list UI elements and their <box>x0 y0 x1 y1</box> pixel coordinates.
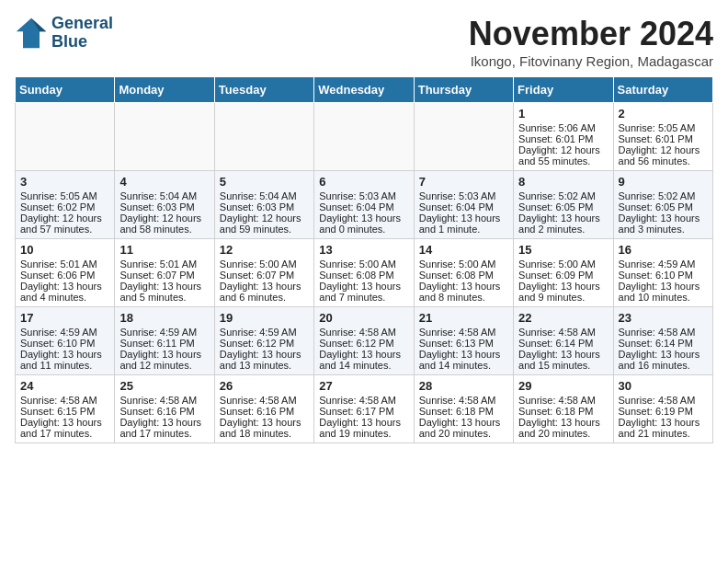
calendar-cell: 16Sunrise: 4:59 AMSunset: 6:10 PMDayligh… <box>613 239 712 307</box>
sunrise-text: Sunrise: 5:06 AM <box>518 122 608 133</box>
daylight-text: Daylight: 13 hours and 3 minutes. <box>619 213 708 235</box>
svg-marker-0 <box>17 18 46 48</box>
day-number: 3 <box>20 175 109 189</box>
calendar-cell: 20Sunrise: 4:58 AMSunset: 6:12 PMDayligh… <box>314 307 414 375</box>
sunset-text: Sunset: 6:16 PM <box>119 406 209 417</box>
weekday-header-sunday: Sunday <box>16 77 115 103</box>
daylight-text: Daylight: 13 hours and 1 minute. <box>419 213 508 235</box>
sunset-text: Sunset: 6:04 PM <box>419 201 508 213</box>
daylight-text: Daylight: 13 hours and 4 minutes. <box>20 281 109 303</box>
daylight-text: Daylight: 13 hours and 10 minutes. <box>619 281 708 303</box>
sunrise-text: Sunrise: 5:04 AM <box>119 190 209 201</box>
daylight-text: Daylight: 13 hours and 16 minutes. <box>619 349 708 371</box>
day-number: 22 <box>518 311 608 325</box>
daylight-text: Daylight: 12 hours and 56 minutes. <box>619 144 708 167</box>
sunrise-text: Sunrise: 4:58 AM <box>419 327 508 338</box>
location-title: Ikongo, Fitovinany Region, Madagascar <box>469 53 713 69</box>
sunset-text: Sunset: 6:03 PM <box>220 201 309 213</box>
calendar-cell: 1Sunrise: 5:06 AMSunset: 6:01 PMDaylight… <box>514 103 613 171</box>
sunrise-text: Sunrise: 5:03 AM <box>419 190 508 201</box>
sunset-text: Sunset: 6:19 PM <box>619 406 708 417</box>
calendar-cell: 12Sunrise: 5:00 AMSunset: 6:07 PMDayligh… <box>214 239 313 307</box>
sunset-text: Sunset: 6:07 PM <box>220 270 309 281</box>
calendar-cell <box>214 103 313 171</box>
day-number: 24 <box>20 379 109 393</box>
day-number: 27 <box>319 379 408 393</box>
month-title: November 2024 <box>469 15 713 53</box>
sunset-text: Sunset: 6:04 PM <box>319 201 408 213</box>
sunrise-text: Sunrise: 5:03 AM <box>319 190 408 201</box>
calendar-cell: 9Sunrise: 5:02 AMSunset: 6:05 PMDaylight… <box>613 171 712 239</box>
sunset-text: Sunset: 6:18 PM <box>518 406 608 417</box>
weekday-header-tuesday: Tuesday <box>214 77 313 103</box>
sunset-text: Sunset: 6:07 PM <box>119 270 209 281</box>
sunrise-text: Sunrise: 4:58 AM <box>619 395 708 406</box>
day-number: 7 <box>419 175 508 189</box>
sunset-text: Sunset: 6:01 PM <box>619 133 708 144</box>
calendar-cell: 11Sunrise: 5:01 AMSunset: 6:07 PMDayligh… <box>115 239 214 307</box>
calendar-cell: 22Sunrise: 4:58 AMSunset: 6:14 PMDayligh… <box>514 307 613 375</box>
day-number: 15 <box>518 243 608 257</box>
day-number: 1 <box>518 107 608 121</box>
calendar-body: 1Sunrise: 5:06 AMSunset: 6:01 PMDaylight… <box>16 103 713 443</box>
calendar-cell: 2Sunrise: 5:05 AMSunset: 6:01 PMDaylight… <box>613 103 712 171</box>
calendar-cell <box>314 103 414 171</box>
calendar-week-4: 17Sunrise: 4:59 AMSunset: 6:10 PMDayligh… <box>16 307 713 375</box>
logo-icon <box>15 17 48 50</box>
calendar-cell: 19Sunrise: 4:59 AMSunset: 6:12 PMDayligh… <box>214 307 313 375</box>
daylight-text: Daylight: 13 hours and 19 minutes. <box>319 417 408 439</box>
daylight-text: Daylight: 13 hours and 18 minutes. <box>220 417 309 439</box>
daylight-text: Daylight: 13 hours and 20 minutes. <box>419 417 508 439</box>
sunset-text: Sunset: 6:18 PM <box>419 406 508 417</box>
calendar-cell: 30Sunrise: 4:58 AMSunset: 6:19 PMDayligh… <box>613 375 712 443</box>
sunrise-text: Sunrise: 5:00 AM <box>419 259 508 270</box>
calendar-cell: 10Sunrise: 5:01 AMSunset: 6:06 PMDayligh… <box>16 239 115 307</box>
daylight-text: Daylight: 13 hours and 14 minutes. <box>319 349 408 371</box>
day-number: 13 <box>319 243 408 257</box>
logo-text: General Blue <box>51 15 113 52</box>
daylight-text: Daylight: 13 hours and 6 minutes. <box>220 281 309 303</box>
daylight-text: Daylight: 12 hours and 57 minutes. <box>20 213 109 235</box>
sunset-text: Sunset: 6:05 PM <box>619 201 708 213</box>
daylight-text: Daylight: 13 hours and 14 minutes. <box>419 349 508 371</box>
calendar-cell: 24Sunrise: 4:58 AMSunset: 6:15 PMDayligh… <box>16 375 115 443</box>
sunrise-text: Sunrise: 5:00 AM <box>319 259 408 270</box>
daylight-text: Daylight: 13 hours and 20 minutes. <box>518 417 608 439</box>
calendar-cell: 18Sunrise: 4:59 AMSunset: 6:11 PMDayligh… <box>115 307 214 375</box>
calendar-cell: 17Sunrise: 4:59 AMSunset: 6:10 PMDayligh… <box>16 307 115 375</box>
calendar-cell: 6Sunrise: 5:03 AMSunset: 6:04 PMDaylight… <box>314 171 414 239</box>
day-number: 25 <box>119 379 209 393</box>
sunrise-text: Sunrise: 4:59 AM <box>220 327 309 338</box>
sunrise-text: Sunrise: 5:02 AM <box>619 190 708 201</box>
day-number: 16 <box>619 243 708 257</box>
sunrise-text: Sunrise: 4:58 AM <box>119 395 209 406</box>
logo: General Blue <box>15 15 113 52</box>
calendar-header: SundayMondayTuesdayWednesdayThursdayFrid… <box>16 77 713 103</box>
weekday-header-monday: Monday <box>115 77 214 103</box>
day-number: 9 <box>619 175 708 189</box>
calendar-cell: 26Sunrise: 4:58 AMSunset: 6:16 PMDayligh… <box>214 375 313 443</box>
calendar-cell: 3Sunrise: 5:05 AMSunset: 6:02 PMDaylight… <box>16 171 115 239</box>
sunset-text: Sunset: 6:11 PM <box>119 338 209 349</box>
day-number: 17 <box>20 311 109 325</box>
sunrise-text: Sunrise: 5:05 AM <box>619 122 708 133</box>
sunrise-text: Sunrise: 5:04 AM <box>220 190 309 201</box>
daylight-text: Daylight: 12 hours and 55 minutes. <box>518 144 608 167</box>
calendar-cell: 28Sunrise: 4:58 AMSunset: 6:18 PMDayligh… <box>414 375 513 443</box>
day-number: 5 <box>220 175 309 189</box>
sunrise-text: Sunrise: 5:01 AM <box>119 259 209 270</box>
weekday-header-friday: Friday <box>514 77 613 103</box>
sunrise-text: Sunrise: 4:58 AM <box>518 327 608 338</box>
sunrise-text: Sunrise: 5:01 AM <box>20 259 109 270</box>
sunset-text: Sunset: 6:15 PM <box>20 406 109 417</box>
day-number: 11 <box>119 243 209 257</box>
sunrise-text: Sunrise: 4:58 AM <box>319 395 408 406</box>
sunset-text: Sunset: 6:14 PM <box>619 338 708 349</box>
calendar-week-3: 10Sunrise: 5:01 AMSunset: 6:06 PMDayligh… <box>16 239 713 307</box>
sunrise-text: Sunrise: 4:58 AM <box>419 395 508 406</box>
calendar-cell: 21Sunrise: 4:58 AMSunset: 6:13 PMDayligh… <box>414 307 513 375</box>
sunset-text: Sunset: 6:01 PM <box>518 133 608 144</box>
calendar-week-1: 1Sunrise: 5:06 AMSunset: 6:01 PMDaylight… <box>16 103 713 171</box>
calendar-cell <box>16 103 115 171</box>
day-number: 29 <box>518 379 608 393</box>
